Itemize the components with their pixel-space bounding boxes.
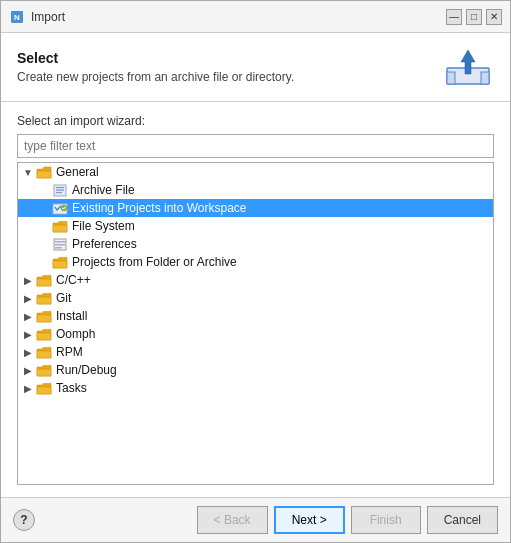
svg-rect-3 — [447, 72, 455, 84]
tree-container[interactable]: ▼ General — [17, 162, 494, 485]
item-label-rpm: RPM — [56, 345, 83, 359]
header-icon — [442, 45, 494, 89]
file-icon-existing — [52, 201, 68, 215]
expand-icon-oomph: ▶ — [22, 329, 34, 340]
item-label-projects-folder: Projects from Folder or Archive — [72, 255, 237, 269]
tree-item-git[interactable]: ▶ Git — [18, 289, 493, 307]
footer: ? < Back Next > Finish Cancel — [1, 497, 510, 542]
item-label-oomph: Oomph — [56, 327, 95, 341]
expand-icon-run-debug: ▶ — [22, 365, 34, 376]
folder-icon-install — [36, 309, 52, 323]
tree-item-general[interactable]: ▼ General — [18, 163, 493, 181]
folder-icon-filesystem — [52, 219, 68, 233]
tree-item-run-debug[interactable]: ▶ Run/Debug — [18, 361, 493, 379]
tree-item-archive-file[interactable]: Archive File — [18, 181, 493, 199]
help-button[interactable]: ? — [13, 509, 35, 531]
tree-item-rpm[interactable]: ▶ RPM — [18, 343, 493, 361]
tree-item-tasks[interactable]: ▶ Tasks — [18, 379, 493, 397]
filter-input[interactable] — [17, 134, 494, 158]
svg-text:N: N — [14, 13, 20, 22]
tree-item-oomph[interactable]: ▶ Oomph — [18, 325, 493, 343]
header-section: Select Create new projects from an archi… — [1, 33, 510, 102]
svg-rect-4 — [481, 72, 489, 84]
pref-icon — [52, 237, 68, 251]
folder-icon-cpp — [36, 273, 52, 287]
window-controls: — □ ✕ — [446, 9, 502, 25]
cancel-button[interactable]: Cancel — [427, 506, 498, 534]
folder-icon-projects-folder — [52, 255, 68, 269]
content-area: Select an import wizard: ▼ General — [1, 102, 510, 497]
close-button[interactable]: ✕ — [486, 9, 502, 25]
finish-button[interactable]: Finish — [351, 506, 421, 534]
back-button[interactable]: < Back — [197, 506, 268, 534]
tree-item-install[interactable]: ▶ Install — [18, 307, 493, 325]
header-heading: Select — [17, 50, 294, 66]
tree-item-cpp[interactable]: ▶ C/C++ — [18, 271, 493, 289]
item-label-file-system: File System — [72, 219, 135, 233]
window-title: Import — [31, 10, 446, 24]
import-dialog: N Import — □ ✕ Select Create new project… — [0, 0, 511, 543]
item-label-archive-file: Archive File — [72, 183, 135, 197]
minimize-button[interactable]: — — [446, 9, 462, 25]
folder-icon-general — [36, 165, 52, 179]
folder-icon-oomph — [36, 327, 52, 341]
expand-icon-general: ▼ — [22, 167, 34, 178]
folder-icon-git — [36, 291, 52, 305]
svg-rect-14 — [55, 244, 65, 246]
tree-item-file-system[interactable]: File System — [18, 217, 493, 235]
item-label-preferences: Preferences — [72, 237, 137, 251]
item-label-existing-projects: Existing Projects into Workspace — [72, 201, 247, 215]
folder-icon-tasks — [36, 381, 52, 395]
next-button[interactable]: Next > — [274, 506, 345, 534]
svg-rect-13 — [55, 241, 65, 243]
footer-buttons: < Back Next > Finish Cancel — [197, 506, 498, 534]
header-text: Select Create new projects from an archi… — [17, 50, 294, 84]
item-label-git: Git — [56, 291, 71, 305]
expand-icon-rpm: ▶ — [22, 347, 34, 358]
file-icon-archive — [52, 183, 68, 197]
item-label-cpp: C/C++ — [56, 273, 91, 287]
svg-rect-9 — [56, 192, 62, 193]
tree-item-projects-folder[interactable]: Projects from Folder or Archive — [18, 253, 493, 271]
svg-rect-7 — [56, 187, 64, 188]
item-label-tasks: Tasks — [56, 381, 87, 395]
app-icon: N — [9, 9, 25, 25]
item-label-install: Install — [56, 309, 87, 323]
svg-rect-8 — [56, 189, 64, 190]
expand-icon-git: ▶ — [22, 293, 34, 304]
expand-icon-cpp: ▶ — [22, 275, 34, 286]
item-label-run-debug: Run/Debug — [56, 363, 117, 377]
header-description: Create new projects from an archive file… — [17, 70, 294, 84]
folder-icon-run-debug — [36, 363, 52, 377]
maximize-button[interactable]: □ — [466, 9, 482, 25]
svg-rect-15 — [55, 247, 62, 249]
wizard-label: Select an import wizard: — [17, 114, 494, 128]
tree-item-existing-projects[interactable]: Existing Projects into Workspace — [18, 199, 493, 217]
folder-icon-rpm — [36, 345, 52, 359]
item-label-general: General — [56, 165, 99, 179]
expand-icon-tasks: ▶ — [22, 383, 34, 394]
tree-item-preferences[interactable]: Preferences — [18, 235, 493, 253]
title-bar: N Import — □ ✕ — [1, 1, 510, 33]
expand-icon-install: ▶ — [22, 311, 34, 322]
